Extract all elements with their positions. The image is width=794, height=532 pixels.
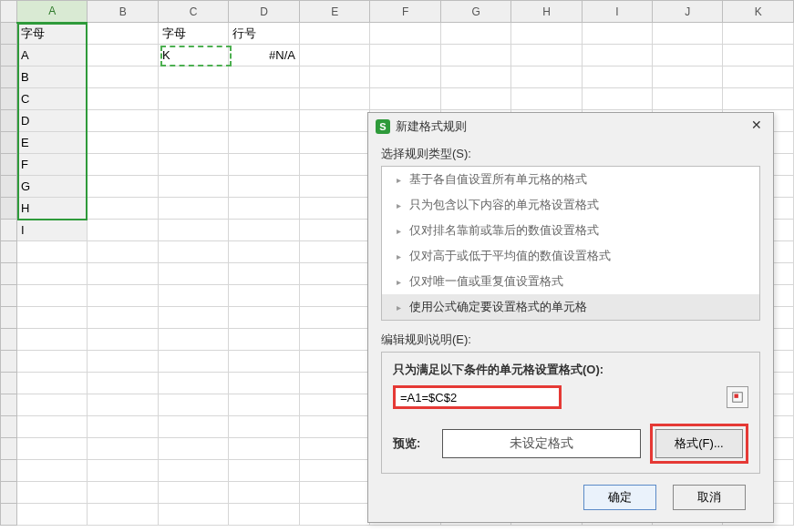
format-button[interactable]: 格式(F)... bbox=[655, 429, 743, 458]
col-header-G[interactable]: G bbox=[440, 1, 510, 23]
cell-A8[interactable]: G bbox=[17, 176, 88, 198]
dialog-title: 新建格式规则 bbox=[396, 118, 467, 135]
col-header-D[interactable]: D bbox=[229, 1, 300, 23]
row-header[interactable] bbox=[1, 88, 17, 110]
new-format-rule-dialog: 新建格式规则 ✕ 选择规则类型(S): 基于各自值设置所有单元格的格式 只为包含… bbox=[367, 112, 774, 523]
row-header[interactable] bbox=[1, 198, 17, 220]
cell-D1[interactable]: 行号 bbox=[229, 23, 300, 45]
range-selector-button[interactable] bbox=[727, 386, 748, 408]
cell-A1[interactable]: 字母 bbox=[17, 23, 88, 45]
cell[interactable] bbox=[299, 23, 369, 45]
cell-C2[interactable]: K bbox=[158, 45, 228, 66]
ok-button[interactable]: 确定 bbox=[583, 485, 656, 510]
close-icon[interactable]: ✕ bbox=[748, 118, 766, 135]
rule-type-item[interactable]: 只为包含以下内容的单元格设置格式 bbox=[382, 192, 759, 218]
select-rule-type-label: 选择规则类型(S): bbox=[381, 146, 760, 162]
rule-type-item[interactable]: 仅对高于或低于平均值的数值设置格式 bbox=[382, 243, 759, 269]
row-header[interactable] bbox=[1, 23, 17, 45]
rule-type-item[interactable]: 仅对排名靠前或靠后的数值设置格式 bbox=[382, 218, 759, 243]
preview-label: 预览: bbox=[393, 435, 433, 452]
cell-A4[interactable]: C bbox=[17, 88, 88, 110]
row-header[interactable] bbox=[1, 45, 17, 66]
rule-type-item[interactable]: 基于各自值设置所有单元格的格式 bbox=[382, 167, 759, 192]
rule-type-list: 基于各自值设置所有单元格的格式 只为包含以下内容的单元格设置格式 仅对排名靠前或… bbox=[381, 166, 760, 321]
cell-A10[interactable]: I bbox=[17, 220, 88, 241]
range-selector-icon bbox=[731, 391, 744, 404]
row-header[interactable] bbox=[1, 154, 17, 176]
formula-input[interactable] bbox=[393, 385, 562, 409]
row-header[interactable] bbox=[1, 110, 17, 132]
row-header[interactable] bbox=[1, 66, 17, 88]
col-header-C[interactable]: C bbox=[158, 1, 228, 23]
cell-A2[interactable]: A bbox=[17, 45, 88, 66]
cell-A3[interactable]: B bbox=[17, 66, 88, 88]
col-header-E[interactable]: E bbox=[299, 1, 369, 23]
row-header[interactable] bbox=[1, 132, 17, 154]
svg-rect-1 bbox=[735, 394, 738, 398]
highlight-annotation: 格式(F)... bbox=[650, 424, 748, 464]
cell-A5[interactable]: D bbox=[17, 110, 88, 132]
cell-C1[interactable]: 字母 bbox=[158, 23, 228, 45]
rule-type-item[interactable]: 仅对唯一值或重复值设置格式 bbox=[382, 269, 759, 294]
col-header-F[interactable]: F bbox=[370, 1, 440, 23]
rule-type-item-selected[interactable]: 使用公式确定要设置格式的单元格 bbox=[382, 294, 759, 320]
row-header[interactable] bbox=[1, 176, 17, 198]
condition-label: 只为满足以下条件的单元格设置格式(O): bbox=[393, 362, 748, 378]
row-header[interactable] bbox=[1, 220, 17, 241]
cell-D2[interactable]: #N/A bbox=[229, 45, 300, 66]
edit-rule-label: 编辑规则说明(E): bbox=[381, 332, 760, 348]
cell-A9[interactable]: H bbox=[17, 198, 88, 220]
cancel-button[interactable]: 取消 bbox=[673, 485, 746, 510]
col-header-A[interactable]: A bbox=[17, 1, 88, 23]
cell-A6[interactable]: E bbox=[17, 132, 88, 154]
cell[interactable] bbox=[88, 23, 158, 45]
app-icon bbox=[376, 119, 390, 134]
select-all-corner[interactable] bbox=[1, 1, 17, 23]
cell-A7[interactable]: F bbox=[17, 154, 88, 176]
preview-box: 未设定格式 bbox=[442, 429, 641, 458]
col-header-B[interactable]: B bbox=[88, 1, 158, 23]
col-header-I[interactable]: I bbox=[582, 1, 652, 23]
col-header-H[interactable]: H bbox=[511, 1, 582, 23]
col-header-J[interactable]: J bbox=[653, 1, 723, 23]
col-header-K[interactable]: K bbox=[723, 1, 794, 23]
